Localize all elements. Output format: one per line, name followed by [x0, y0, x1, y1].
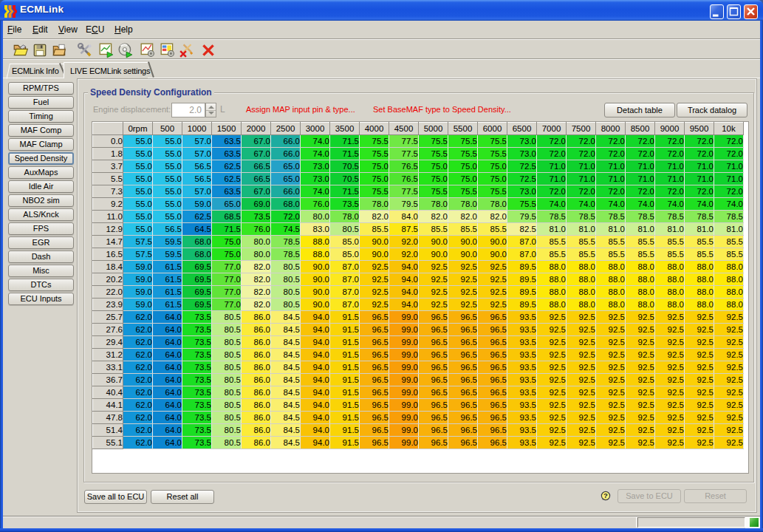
svg-text:?: ? — [603, 491, 608, 499]
